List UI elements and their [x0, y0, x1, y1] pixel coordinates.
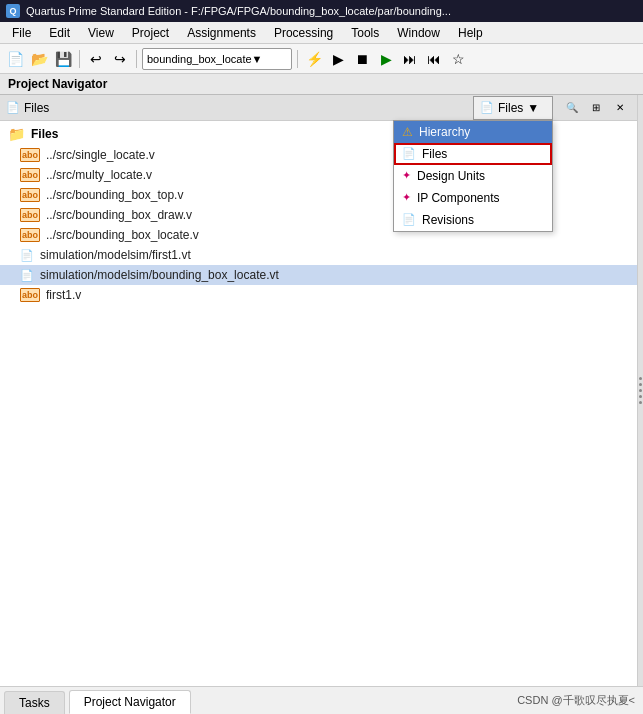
view-btn-icon: 📄 — [480, 101, 494, 114]
doc-icon-6: 📄 — [20, 249, 34, 262]
toolbar-open-btn[interactable]: 📂 — [28, 48, 50, 70]
verilog-icon-8: abo — [20, 288, 40, 302]
grip-dot — [639, 383, 642, 386]
dropdown-item-hierarchy[interactable]: ⚠ Hierarchy — [394, 121, 552, 143]
view-btn-arrow: ▼ — [527, 101, 539, 115]
hierarchy-icon: ⚠ — [402, 125, 413, 139]
toolbar-sep-1 — [79, 50, 80, 68]
title-bar: Q Quartus Prime Standard Edition - F:/FP… — [0, 0, 643, 22]
menu-view[interactable]: View — [80, 24, 122, 42]
project-dropdown[interactable]: bounding_box_locate ▼ — [142, 48, 292, 70]
panel-search-btn[interactable]: 🔍 — [561, 97, 583, 119]
panel-close-btn[interactable]: ✕ — [609, 97, 631, 119]
bottom-bar: Tasks Project Navigator CSDN @千歌叹尽执夏< — [0, 686, 643, 714]
dropdown-revisions-label: Revisions — [422, 213, 474, 227]
dropdown-hierarchy-label: Hierarchy — [419, 125, 470, 139]
doc-icon-7: 📄 — [20, 269, 34, 282]
view-dropdown-menu: ⚠ Hierarchy 📄 Files ✦ Design Units ✦ — [393, 120, 553, 232]
list-item[interactable]: 📄 simulation/modelsim/first1.vt — [0, 245, 637, 265]
file-name-5: ../src/bounding_box_locate.v — [46, 228, 199, 242]
dropdown-ip-label: IP Components — [417, 191, 500, 205]
status-bar: CSDN @千歌叹尽执夏< — [517, 693, 643, 708]
project-dropdown-arrow: ▼ — [252, 53, 287, 65]
file-name-8: first1.v — [46, 288, 81, 302]
file-name-3: ../src/bounding_box_top.v — [46, 188, 183, 202]
file-name-2: ../src/multy_locate.v — [46, 168, 152, 182]
panel-title: Project Navigator — [8, 77, 107, 91]
file-panel: 📄 Files 📄 Files ▼ ⚠ Hierarchy — [0, 95, 637, 686]
file-panel-header: 📄 Files 📄 Files ▼ ⚠ Hierarchy — [0, 95, 637, 121]
toolbar-save-btn[interactable]: 💾 — [52, 48, 74, 70]
menu-file[interactable]: File — [4, 24, 39, 42]
verilog-icon-5: abo — [20, 228, 40, 242]
list-item[interactable]: 📄 simulation/modelsim/bounding_box_locat… — [0, 265, 637, 285]
verilog-icon-4: abo — [20, 208, 40, 222]
menu-bar: File Edit View Project Assignments Proce… — [0, 22, 643, 44]
verilog-icon-2: abo — [20, 168, 40, 182]
project-name: bounding_box_locate — [147, 53, 252, 65]
menu-project[interactable]: Project — [124, 24, 177, 42]
revisions-icon: 📄 — [402, 213, 416, 226]
tab-tasks[interactable]: Tasks — [4, 691, 65, 714]
main-area: Project Navigator 📄 Files 📄 Files ▼ — [0, 74, 643, 686]
toolbar-run-btn[interactable]: ▶ — [375, 48, 397, 70]
dropdown-item-revisions[interactable]: 📄 Revisions — [394, 209, 552, 231]
dropdown-design-units-label: Design Units — [417, 169, 485, 183]
folder-icon: 📁 — [8, 126, 25, 142]
grip-dot — [639, 401, 642, 404]
file-name-1: ../src/single_locate.v — [46, 148, 155, 162]
toolbar-pins-btn[interactable]: ⏮ — [423, 48, 445, 70]
list-item[interactable]: abo first1.v — [0, 285, 637, 305]
view-current-label: Files — [24, 101, 49, 115]
toolbar-sep-2 — [136, 50, 137, 68]
panel-detach-btn[interactable]: ⊞ — [585, 97, 607, 119]
verilog-icon-1: abo — [20, 148, 40, 162]
menu-window[interactable]: Window — [389, 24, 448, 42]
panel-file-icon: 📄 — [6, 101, 20, 114]
dropdown-item-files[interactable]: 📄 Files — [394, 143, 552, 165]
toolbar-stop-btn[interactable]: ⏹ — [351, 48, 373, 70]
toolbar-redo-btn[interactable]: ↪ — [109, 48, 131, 70]
view-btn-label: Files — [498, 101, 523, 115]
menu-processing[interactable]: Processing — [266, 24, 341, 42]
toolbar-new-btn[interactable]: 📄 — [4, 48, 26, 70]
dropdown-item-ip-components[interactable]: ✦ IP Components — [394, 187, 552, 209]
toolbar-extra-btn[interactable]: ☆ — [447, 48, 469, 70]
panel-header: Project Navigator — [0, 74, 643, 95]
toolbar-analyze-btn[interactable]: ⚡ — [303, 48, 325, 70]
file-name-7: simulation/modelsim/bounding_box_locate.… — [40, 268, 279, 282]
menu-tools[interactable]: Tools — [343, 24, 387, 42]
right-splitter[interactable] — [637, 95, 643, 686]
content-area: 📄 Files 📄 Files ▼ ⚠ Hierarchy — [0, 95, 643, 686]
title-text: Quartus Prime Standard Edition - F:/FPGA… — [26, 5, 637, 17]
toolbar: 📄 📂 💾 ↩ ↪ bounding_box_locate ▼ ⚡ ▶ ⏹ ▶ … — [0, 44, 643, 74]
verilog-icon-3: abo — [20, 188, 40, 202]
grip-dot — [639, 395, 642, 398]
toolbar-sep-3 — [297, 50, 298, 68]
view-selector-btn[interactable]: 📄 Files ▼ — [473, 96, 553, 120]
tab-project-navigator[interactable]: Project Navigator — [69, 690, 191, 714]
toolbar-undo-btn[interactable]: ↩ — [85, 48, 107, 70]
toolbar-compile-btn[interactable]: ▶ — [327, 48, 349, 70]
grip-dot — [639, 389, 642, 392]
files-icon: 📄 — [402, 147, 416, 160]
design-units-icon: ✦ — [402, 169, 411, 182]
dropdown-item-design-units[interactable]: ✦ Design Units — [394, 165, 552, 187]
toolbar-rtl-btn[interactable]: ⏭ — [399, 48, 421, 70]
ip-components-icon: ✦ — [402, 191, 411, 204]
grip-dot — [639, 377, 642, 380]
menu-edit[interactable]: Edit — [41, 24, 78, 42]
file-name-4: ../src/bounding_box_draw.v — [46, 208, 192, 222]
menu-help[interactable]: Help — [450, 24, 491, 42]
dropdown-files-label: Files — [422, 147, 447, 161]
menu-assignments[interactable]: Assignments — [179, 24, 264, 42]
file-name-6: simulation/modelsim/first1.vt — [40, 248, 191, 262]
app-icon: Q — [6, 4, 20, 18]
folder-label: Files — [31, 127, 58, 141]
